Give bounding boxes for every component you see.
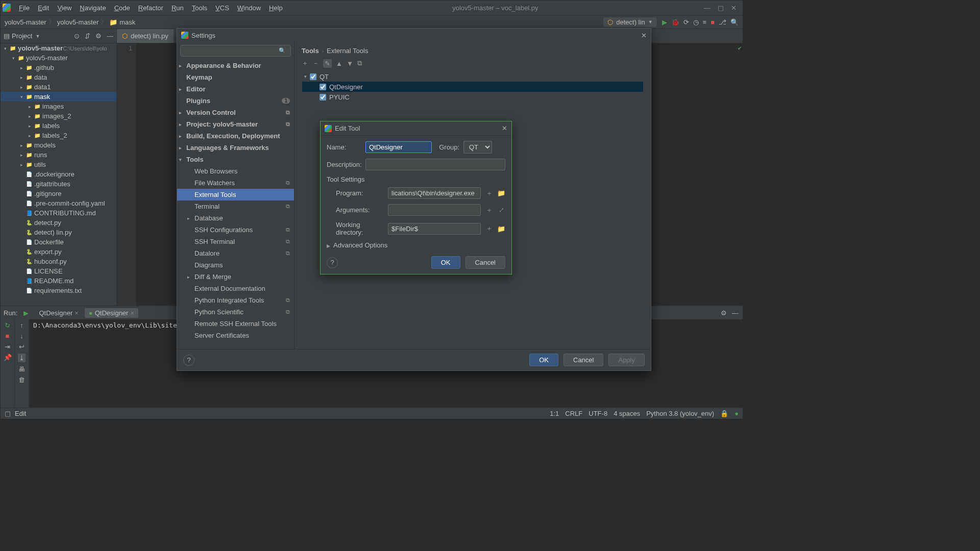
settings-nav-item[interactable]: ▸Database	[177, 212, 294, 224]
print-icon[interactable]: 🖶	[18, 365, 25, 373]
hide-icon[interactable]: —	[107, 32, 113, 40]
project-title[interactable]: Project	[12, 32, 32, 40]
settings-nav-item[interactable]: ▾Tools	[177, 154, 294, 165]
tree-row[interactable]: 📄.gitattributes	[1, 179, 116, 189]
settings-nav-item[interactable]: Keymap	[177, 71, 294, 83]
clear-icon[interactable]: 🗑	[18, 376, 25, 384]
menu-window[interactable]: Window	[233, 2, 265, 14]
pin-icon[interactable]: 📌	[4, 354, 12, 361]
settings-apply-button[interactable]: Apply	[608, 354, 645, 366]
run-tab[interactable]: QtDesigner ×	[35, 308, 82, 318]
add-tool-button[interactable]: ＋	[302, 59, 308, 68]
readonly-icon[interactable]: 🔒	[720, 410, 728, 417]
encoding[interactable]: UTF-8	[589, 410, 607, 417]
menu-vcs[interactable]: VCS	[211, 2, 233, 14]
python-interpreter[interactable]: Python 3.8 (yolov_env)	[646, 410, 714, 417]
tree-row[interactable]: 📄requirements.txt	[1, 286, 116, 295]
browse-icon[interactable]: 📁	[497, 225, 505, 233]
help-button[interactable]: ?	[327, 257, 338, 268]
insert-macro-icon[interactable]: ＋	[485, 189, 493, 198]
settings-nav-item[interactable]: ▸Diff & Merge	[177, 271, 294, 283]
settings-nav-item[interactable]: Python Integrated Tools⧉	[177, 294, 294, 306]
settings-nav-item[interactable]: Remote SSH External Tools	[177, 318, 294, 330]
external-tools-tree[interactable]: ▾ QT QtDesigner PYUIC	[302, 71, 644, 103]
settings-nav-item[interactable]: Diagrams	[177, 259, 294, 271]
settings-nav-item[interactable]: ▸Version Control⧉	[177, 107, 294, 118]
name-input[interactable]	[365, 141, 432, 153]
settings-nav-item[interactable]: Datalore⧉	[177, 247, 294, 259]
tree-row[interactable]: ▸📁labels	[1, 121, 116, 131]
insert-macro-icon[interactable]: ＋	[485, 206, 493, 215]
settings-nav-item[interactable]: Plugins1	[177, 95, 294, 107]
expand-icon[interactable]: ⇵	[85, 32, 90, 40]
edit-tool-button[interactable]: ✎	[323, 59, 332, 68]
wd-input[interactable]	[388, 223, 481, 235]
settings-nav-item[interactable]: Python Scientific⧉	[177, 306, 294, 318]
tree-row[interactable]: ▾📁mask	[1, 92, 116, 102]
group-checkbox[interactable]	[310, 73, 316, 80]
scroll-icon[interactable]: ⤓	[18, 354, 26, 362]
settings-nav-item[interactable]: Server Certificates	[177, 330, 294, 341]
remove-tool-button[interactable]: －	[312, 59, 319, 68]
settings-icon[interactable]: ⚙	[95, 32, 102, 40]
tree-row[interactable]: ▸📁images_2	[1, 111, 116, 121]
minimize-button[interactable]: —	[704, 4, 710, 12]
menu-refactor[interactable]: Refactor	[134, 2, 167, 14]
settings-nav-item[interactable]: ▸Appearance & Behavior	[177, 60, 294, 71]
tree-row[interactable]: 📄.dockerignore	[1, 169, 116, 179]
tree-row[interactable]: 📘README.md	[1, 276, 116, 286]
settings-help-button[interactable]: ?	[183, 355, 194, 366]
insert-macro-icon[interactable]: ＋	[485, 224, 493, 233]
debug-button[interactable]: 🐞	[671, 18, 679, 26]
expand-icon[interactable]: ⤢	[497, 206, 505, 214]
run-tab[interactable]: ● QtDesigner ×	[85, 308, 138, 318]
caret-pos[interactable]: 1:1	[550, 410, 559, 417]
tree-root[interactable]: ▾📁yolov5-master C:\Users\dell\yolo	[1, 43, 116, 53]
up-tool-button[interactable]: ▲	[336, 60, 342, 67]
tree-row[interactable]: 📄.pre-commit-config.yaml	[1, 198, 116, 208]
coverage-button[interactable]: ⟳	[683, 18, 689, 26]
edit-tool-close-button[interactable]: ✕	[502, 124, 507, 132]
copy-tool-button[interactable]: ⧉	[357, 59, 362, 67]
tree-row[interactable]: 🐍hubconf.py	[1, 257, 116, 266]
desc-input[interactable]	[365, 159, 505, 170]
menu-navigate[interactable]: Navigate	[76, 2, 110, 14]
settings-nav-item[interactable]: SSH Configurations⧉	[177, 224, 294, 236]
locate-icon[interactable]: ⊙	[74, 32, 80, 40]
indent[interactable]: 4 spaces	[614, 410, 640, 417]
settings-cancel-button[interactable]: Cancel	[564, 354, 603, 366]
maximize-button[interactable]: ▢	[718, 4, 724, 12]
tree-row[interactable]: 🐍export.py	[1, 247, 116, 257]
rerun-icon[interactable]: ↻	[5, 321, 10, 329]
menu-edit[interactable]: Edit	[34, 2, 53, 14]
down-icon[interactable]: ↓	[20, 332, 23, 340]
editor-tab[interactable]: ⬡ detect) lin.py	[117, 29, 174, 43]
tree-row[interactable]: ▸📁.github	[1, 63, 116, 72]
program-input[interactable]	[388, 187, 481, 199]
tree-row[interactable]: 📄.gitignore	[1, 189, 116, 198]
stop-run-icon[interactable]: ■	[6, 332, 10, 340]
menu-view[interactable]: View	[53, 2, 76, 14]
menu-file[interactable]: File	[15, 2, 34, 14]
memory-icon[interactable]: ●	[734, 410, 739, 417]
search-everywhere-button[interactable]: 🔍	[730, 18, 739, 26]
settings-nav-item[interactable]: Terminal⧉	[177, 201, 294, 212]
settings-nav-item[interactable]: SSH Terminal⧉	[177, 236, 294, 247]
tree-row[interactable]: ▸📁data1	[1, 82, 116, 92]
line-sep[interactable]: CRLF	[565, 410, 582, 417]
settings-nav-item[interactable]: File Watchers⧉	[177, 177, 294, 189]
settings-nav-item[interactable]: External Tools	[177, 189, 294, 201]
tool-checkbox[interactable]	[320, 94, 326, 101]
run-config-selector[interactable]: ⬡ detect) lin ▼	[603, 17, 656, 27]
settings-nav-item[interactable]: ▸Build, Execution, Deployment	[177, 130, 294, 142]
settings-nav-item[interactable]: ▸Editor	[177, 83, 294, 95]
down-tool-button[interactable]: ▼	[347, 60, 353, 67]
tree-row[interactable]: ▸📁utils	[1, 160, 116, 169]
settings-search-input[interactable]	[180, 45, 291, 57]
run-play-icon[interactable]: ▶	[23, 309, 29, 317]
tree-row[interactable]: 🐍detect.py	[1, 218, 116, 228]
settings-nav-item[interactable]: Web Browsers	[177, 165, 294, 177]
tree-row[interactable]: ▸📁runs	[1, 150, 116, 160]
run-button[interactable]: ▶	[662, 18, 667, 26]
tree-row[interactable]: ▸📁data	[1, 72, 116, 82]
